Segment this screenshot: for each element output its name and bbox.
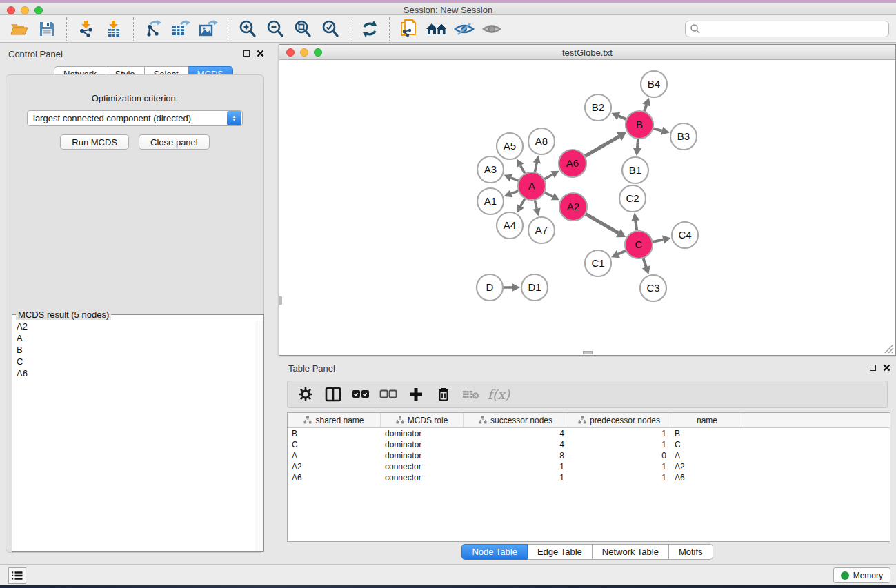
edge-A-A4[interactable]	[521, 199, 525, 206]
cell-successor-nodes[interactable]: 4	[464, 429, 568, 438]
edge-C-C3[interactable]	[644, 258, 646, 267]
cell-name[interactable]: A	[670, 451, 744, 460]
tab-node-table[interactable]: Node Table	[461, 544, 528, 560]
task-history-button[interactable]	[8, 567, 26, 584]
close-table-panel-icon[interactable]	[883, 364, 890, 372]
edge-A2-C[interactable]	[586, 214, 618, 233]
search-field[interactable]	[685, 21, 889, 37]
refresh-button[interactable]	[356, 18, 384, 40]
mcds-result-list[interactable]: A2ABCA6	[13, 321, 254, 551]
cell-shared-name[interactable]: A6	[288, 473, 381, 483]
cell-MCDS-role[interactable]: dominator	[381, 440, 464, 449]
result-list-item[interactable]: A	[13, 332, 254, 344]
result-list-item[interactable]: C	[13, 356, 254, 367]
optimization-criterion-dropdown[interactable]: largest connected component (directed) ▲…	[27, 110, 243, 126]
cell-MCDS-role[interactable]: connector	[381, 473, 464, 483]
column-header-successor-nodes[interactable]: successor nodes	[464, 413, 568, 427]
resize-grip-icon[interactable]	[884, 344, 894, 354]
cell-name[interactable]: A2	[670, 462, 744, 472]
column-header-MCDS-role[interactable]: MCDS role	[381, 413, 464, 427]
table-row[interactable]: Adominator80A	[288, 450, 890, 461]
add-column-button[interactable]	[404, 383, 428, 405]
edge-B-B4[interactable]	[644, 105, 646, 112]
cell-predecessor-nodes[interactable]: 1	[568, 429, 670, 438]
delete-column-button[interactable]	[431, 383, 456, 405]
cell-shared-name[interactable]: A	[288, 451, 381, 460]
cell-successor-nodes[interactable]: 4	[464, 440, 568, 449]
edge-A-A6[interactable]	[544, 174, 552, 179]
cell-MCDS-role[interactable]: connector	[381, 462, 464, 472]
delete-table-button[interactable]	[459, 383, 484, 405]
cell-predecessor-nodes[interactable]: 1	[568, 440, 670, 449]
table-settings-button[interactable]	[293, 383, 318, 405]
column-header-shared-name[interactable]: shared name	[288, 413, 381, 427]
result-list-item[interactable]: B	[13, 344, 254, 356]
edge-C-C2[interactable]	[635, 221, 637, 230]
horizontal-scroll-thumb[interactable]	[583, 351, 593, 354]
table-row[interactable]: Cdominator41C	[288, 439, 890, 450]
network-window-titlebar[interactable]: testGlobe.txt	[279, 45, 895, 60]
table-row[interactable]: A6connector11A6	[288, 472, 890, 483]
edge-C-C4[interactable]	[653, 240, 664, 242]
cell-successor-nodes[interactable]: 1	[464, 473, 568, 483]
column-header-name[interactable]: name	[670, 413, 744, 427]
edge-A-A7[interactable]	[535, 201, 537, 209]
vertical-scroll-thumb[interactable]	[279, 296, 282, 305]
run-mcds-button[interactable]: Run MCDS	[60, 134, 129, 150]
search-input[interactable]	[701, 22, 888, 36]
zoom-in-button[interactable]	[234, 18, 261, 40]
cell-predecessor-nodes[interactable]: 1	[568, 462, 670, 472]
tab-edge-table[interactable]: Edge Table	[528, 544, 593, 560]
cell-successor-nodes[interactable]: 8	[464, 451, 568, 460]
import-network-button[interactable]	[72, 18, 100, 40]
show-columns-button[interactable]	[321, 383, 346, 405]
result-scrollbar[interactable]	[255, 321, 263, 551]
edge-B-B1[interactable]	[637, 139, 638, 148]
float-table-panel-icon[interactable]	[870, 365, 876, 371]
save-session-button[interactable]	[33, 18, 61, 40]
cell-predecessor-nodes[interactable]: 1	[568, 473, 670, 483]
memory-button[interactable]: Memory	[833, 567, 890, 583]
tab-motifs[interactable]: Motifs	[669, 544, 713, 560]
edge-A6-B[interactable]	[585, 136, 619, 156]
edge-A-A8[interactable]	[535, 163, 537, 172]
cell-shared-name[interactable]: A2	[288, 462, 381, 472]
edge-A-A3[interactable]	[511, 178, 519, 181]
result-list-item[interactable]: A6	[13, 367, 254, 379]
cell-MCDS-role[interactable]: dominator	[381, 451, 464, 460]
home-button[interactable]	[423, 18, 450, 40]
deselect-all-button[interactable]	[376, 383, 401, 405]
export-table-button[interactable]	[167, 18, 195, 40]
edge-B-B2[interactable]	[619, 116, 626, 119]
edge-C-C1[interactable]	[618, 251, 625, 254]
zoom-out-button[interactable]	[261, 18, 289, 40]
select-all-button[interactable]	[348, 383, 373, 405]
cell-name[interactable]: A6	[670, 473, 744, 483]
table-row[interactable]: Bdominator41B	[288, 428, 890, 439]
show-all-button[interactable]	[478, 18, 506, 40]
result-list-item[interactable]: A2	[13, 321, 254, 332]
close-panel-icon[interactable]	[257, 50, 264, 57]
export-image-button[interactable]	[195, 18, 222, 40]
edge-A-A5[interactable]	[521, 165, 525, 174]
zoom-selected-button[interactable]	[317, 18, 344, 40]
column-header-predecessor-nodes[interactable]: predecessor nodes	[568, 413, 670, 427]
edge-A-A1[interactable]	[511, 191, 518, 194]
zoom-fit-button[interactable]	[289, 18, 317, 40]
export-network-button[interactable]	[139, 18, 167, 40]
cell-successor-nodes[interactable]: 1	[464, 462, 568, 472]
float-panel-icon[interactable]	[243, 50, 250, 57]
hide-selected-button[interactable]	[450, 18, 478, 40]
edge-A-A2[interactable]	[545, 192, 553, 196]
cell-shared-name[interactable]: C	[288, 440, 381, 449]
cell-predecessor-nodes[interactable]: 0	[568, 451, 670, 460]
new-network-from-selection-button[interactable]	[395, 18, 423, 40]
cell-MCDS-role[interactable]: dominator	[381, 429, 464, 438]
import-table-button[interactable]	[100, 18, 128, 40]
tab-network-table[interactable]: Network Table	[593, 544, 669, 560]
open-session-button[interactable]	[6, 18, 33, 40]
cell-name[interactable]: B	[670, 429, 744, 438]
network-graph[interactable]: AA1A2A3A4A5A6A7A8BB1B2B3B4CC1C2C3C4DD1	[279, 60, 895, 355]
table-row[interactable]: A2connector11A2	[288, 461, 890, 472]
cell-name[interactable]: C	[670, 440, 744, 449]
